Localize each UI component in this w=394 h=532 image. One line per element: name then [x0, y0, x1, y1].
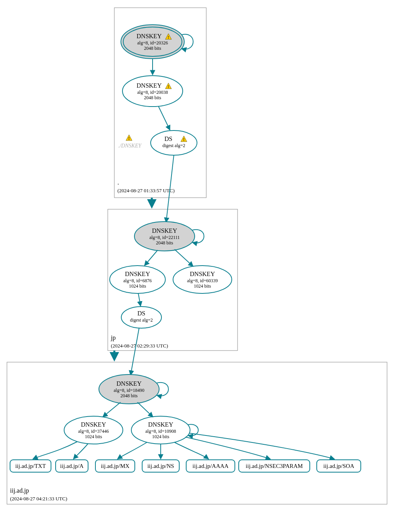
svg-text:iij.ad.jp/AAAA: iij.ad.jp/AAAA — [192, 463, 228, 469]
svg-text:DNSKEY: DNSKEY — [137, 33, 162, 39]
zone-root-timestamp: (2024-08-27 01:33:57 UTC) — [117, 188, 175, 193]
svg-text:iij.ad.jp/A: iij.ad.jp/A — [60, 463, 84, 469]
svg-text:alg=8, id=6876: alg=8, id=6876 — [123, 278, 152, 283]
svg-text:1024 bits: 1024 bits — [85, 434, 102, 439]
rr-leaf: iij.ad.jp/NSEC3PARAM — [239, 460, 310, 472]
svg-text:DNSKEY: DNSKEY — [190, 271, 215, 277]
dnssec-graph: ! . (2024-08-27 01:33:57 UTC) DNSKEY alg… — [0, 0, 394, 532]
rr-leaf: iij.ad.jp/A — [56, 460, 88, 472]
svg-text:1024 bits: 1024 bits — [194, 283, 211, 289]
svg-text:alg=8, id=22111: alg=8, id=22111 — [149, 235, 180, 240]
svg-text:1024 bits: 1024 bits — [152, 434, 170, 439]
svg-text:DNSKEY: DNSKEY — [137, 82, 162, 89]
edge-to-mx — [117, 442, 147, 459]
zone-jp: jp (2024-08-27 02:29:33 UTC) DNSKEY alg=… — [108, 155, 238, 351]
svg-text:2048 bits: 2048 bits — [156, 240, 173, 246]
svg-text:iij.ad.jp/MX: iij.ad.jp/MX — [101, 463, 129, 469]
node-iij-zsk2: DNSKEY alg=8, id=10908 1024 bits — [131, 416, 190, 444]
rr-leaf: iij.ad.jp/SOA — [317, 460, 361, 472]
svg-text:2048 bits: 2048 bits — [121, 393, 138, 398]
svg-text:DNSKEY: DNSKEY — [81, 421, 106, 428]
node-jp-ds: DS digest alg=2 — [121, 307, 161, 328]
edge-to-a — [73, 444, 88, 459]
svg-text:alg=8, id=20326: alg=8, id=20326 — [137, 40, 168, 46]
node-jp-ksk: DNSKEY alg=8, id=22111 2048 bits — [134, 222, 195, 251]
svg-text:alg=8, id=18490: alg=8, id=18490 — [114, 388, 144, 393]
edge-jp-zsk1-to-ds — [138, 293, 141, 306]
edge-jp-ksk-to-zsk1 — [144, 250, 158, 266]
svg-text:DNSKEY: DNSKEY — [117, 380, 142, 387]
node-jp-zsk1: DNSKEY alg=8, id=6876 1024 bits — [110, 266, 165, 293]
zone-iij-timestamp: (2024-08-27 04:21:33 UTC) — [10, 496, 67, 502]
rr-leaf: iij.ad.jp/MX — [95, 460, 135, 472]
zone-root: . (2024-08-27 01:33:57 UTC) DNSKEY alg=8… — [114, 8, 206, 198]
svg-text:1024 bits: 1024 bits — [129, 283, 146, 289]
svg-text:DS: DS — [138, 310, 145, 317]
svg-text:alg=8, id=37446: alg=8, id=37446 — [78, 429, 109, 434]
svg-text:DNSKEY: DNSKEY — [152, 227, 177, 234]
svg-text:DNSKEY: DNSKEY — [148, 421, 173, 428]
svg-text:DNSKEY: DNSKEY — [125, 271, 150, 277]
svg-text:iij.ad.jp/NSEC3PARAM: iij.ad.jp/NSEC3PARAM — [246, 463, 303, 469]
edge-root-zsk-to-ds — [158, 106, 170, 130]
svg-text:digest alg=2: digest alg=2 — [162, 143, 185, 148]
svg-text:iij.ad.jp/NS: iij.ad.jp/NS — [147, 463, 174, 469]
rr-leaf: iij.ad.jp/NS — [142, 460, 179, 472]
edge-to-nsec3param — [185, 437, 270, 459]
svg-text:./DNSKEY: ./DNSKEY — [118, 143, 142, 149]
node-root-placeholder: ./DNSKEY — [118, 135, 142, 149]
svg-text:2048 bits: 2048 bits — [144, 46, 161, 51]
edge-jp-ds-to-iij-ksk — [131, 328, 139, 375]
zone-root-label: . — [117, 179, 119, 186]
edge-to-soa — [189, 433, 335, 459]
svg-text:alg=8, id=60339: alg=8, id=60339 — [187, 278, 218, 283]
svg-text:alg=8, id=10908: alg=8, id=10908 — [145, 429, 176, 434]
node-jp-zsk2: DNSKEY alg=8, id=60339 1024 bits — [173, 266, 232, 293]
svg-text:iij.ad.jp/TXT: iij.ad.jp/TXT — [15, 463, 46, 469]
rr-leaf: iij.ad.jp/TXT — [10, 460, 51, 472]
warning-icon — [126, 135, 132, 141]
svg-text:DS: DS — [165, 136, 172, 142]
edge-iij-ksk-to-zsk1 — [103, 402, 121, 417]
zone-iij: iij.ad.jp (2024-08-27 04:21:33 UTC) DNSK… — [7, 328, 387, 504]
edge-iij-ksk-to-zsk2 — [138, 402, 153, 417]
svg-text:alg=8, id=20038: alg=8, id=20038 — [137, 90, 168, 95]
node-root-zsk: DNSKEY alg=8, id=20038 2048 bits — [122, 76, 183, 107]
node-root-ds: DS digest alg=2 — [151, 130, 197, 155]
node-iij-ksk: DNSKEY alg=8, id=18490 2048 bits — [99, 374, 159, 404]
svg-text:digest alg=2: digest alg=2 — [130, 317, 153, 323]
node-iij-zsk1: DNSKEY alg=8, id=37446 1024 bits — [64, 416, 123, 444]
svg-text:iij.ad.jp/SOA: iij.ad.jp/SOA — [323, 463, 354, 469]
zone-iij-label: iij.ad.jp — [10, 487, 29, 494]
edge-to-txt — [33, 442, 77, 459]
rr-leaf: iij.ad.jp/AAAA — [186, 460, 235, 472]
svg-text:2048 bits: 2048 bits — [144, 95, 161, 100]
zone-jp-label: jp — [110, 334, 115, 341]
node-root-ksk: DNSKEY alg=8, id=20326 2048 bits — [121, 25, 184, 59]
edge-jp-ksk-to-zsk2 — [175, 249, 193, 266]
zone-jp-timestamp: (2024-08-27 02:29:33 UTC) — [111, 343, 168, 349]
edge-to-aaaa — [175, 442, 209, 459]
